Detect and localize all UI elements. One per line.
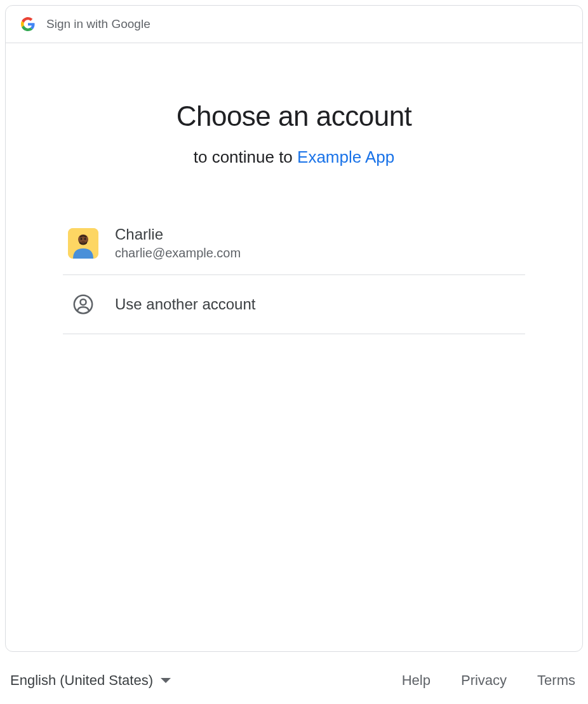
svg-point-2: [81, 238, 83, 240]
app-name-link[interactable]: Example App: [297, 147, 394, 166]
card-body: Choose an account to continue to Example…: [6, 43, 582, 360]
svg-point-4: [81, 241, 85, 242]
footer-links: Help Privacy Terms: [402, 672, 575, 689]
footer: English (United States) Help Privacy Ter…: [0, 657, 588, 704]
account-item-charlie[interactable]: Charlie charlie@example.com: [63, 212, 525, 275]
person-icon: [68, 289, 98, 320]
help-link[interactable]: Help: [402, 672, 431, 689]
privacy-link[interactable]: Privacy: [461, 672, 507, 689]
account-name: Charlie: [115, 226, 241, 243]
svg-point-3: [84, 238, 86, 240]
signin-card: Sign in with Google Choose an account to…: [5, 5, 583, 652]
another-account-label: Use another account: [115, 295, 255, 313]
language-label: English (United States): [10, 672, 153, 689]
google-logo-icon: [21, 17, 35, 31]
terms-link[interactable]: Terms: [537, 672, 575, 689]
account-info: Charlie charlie@example.com: [115, 226, 241, 261]
page-subtitle: to continue to Example App: [31, 147, 557, 167]
use-another-account-button[interactable]: Use another account: [63, 275, 525, 334]
chevron-down-icon: [161, 678, 171, 683]
account-email: charlie@example.com: [115, 246, 241, 261]
subtitle-prefix: to continue to: [194, 147, 297, 166]
svg-point-6: [80, 299, 86, 305]
header-title: Sign in with Google: [46, 17, 150, 31]
card-header: Sign in with Google: [6, 6, 582, 43]
account-list: Charlie charlie@example.com Use another …: [63, 212, 525, 334]
avatar: [68, 228, 98, 259]
language-selector[interactable]: English (United States): [10, 672, 171, 689]
page-title: Choose an account: [31, 100, 557, 132]
